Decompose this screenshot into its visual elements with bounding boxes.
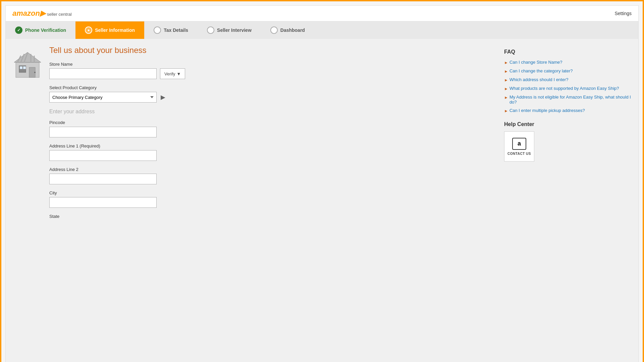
faq-item: ► Can I change the category later? bbox=[504, 68, 632, 74]
store-name-input-row: Verify ▼ bbox=[49, 68, 491, 79]
faq-item: ► Can I change Store Name? bbox=[504, 60, 632, 65]
main-content: Tell us about your business Store Name V… bbox=[6, 39, 638, 362]
product-category-label: Select Product Category bbox=[49, 85, 491, 90]
faq-item: ► What products are not supported by Ama… bbox=[504, 86, 632, 91]
step-circle-dashboard bbox=[270, 26, 278, 34]
faq-arrow-icon: ► bbox=[504, 95, 508, 100]
nav-steps: ✓ Phone Verification ● Seller Informatio… bbox=[6, 21, 638, 39]
faq-arrow-icon: ► bbox=[504, 109, 508, 113]
settings-link[interactable]: Settings bbox=[614, 11, 632, 16]
product-category-select-wrap: Choose Primary Category ▶ bbox=[49, 92, 491, 103]
store-icon bbox=[12, 49, 43, 79]
right-panel: FAQ ► Can I change Store Name? ► Can I c… bbox=[504, 46, 632, 361]
product-category-select[interactable]: Choose Primary Category bbox=[49, 92, 157, 103]
svg-rect-5 bbox=[23, 66, 26, 69]
faq-title: FAQ bbox=[504, 49, 632, 55]
logo: amazon▶ seller central bbox=[12, 9, 72, 18]
contact-us-label: CONTACT US bbox=[507, 152, 531, 156]
faq-item: ► Can I enter multiple pickup addresses? bbox=[504, 108, 632, 113]
step-label-interview: Seller Interview bbox=[217, 27, 252, 33]
step-circle-seller: ● bbox=[85, 26, 92, 34]
faq-link-6[interactable]: Can I enter multiple pickup addresses? bbox=[509, 108, 585, 113]
add-category-button[interactable]: ▶ bbox=[159, 94, 167, 101]
svg-rect-4 bbox=[20, 66, 22, 69]
faq-arrow-icon: ► bbox=[504, 60, 508, 65]
city-input[interactable] bbox=[49, 197, 157, 208]
city-label: City bbox=[49, 190, 491, 195]
store-name-label: Store Name bbox=[49, 62, 491, 67]
form-section: Tell us about your business Store Name V… bbox=[12, 46, 491, 361]
step-tax-details[interactable]: Tax Details bbox=[144, 21, 198, 39]
city-group: City bbox=[49, 190, 491, 208]
faq-list: ► Can I change Store Name? ► Can I chang… bbox=[504, 60, 632, 113]
step-label-dashboard: Dashboard bbox=[280, 27, 305, 33]
address-line1-label: Address Line 1 (Required) bbox=[49, 143, 491, 148]
svg-point-6 bbox=[34, 72, 36, 73]
faq-item: ► My Address is not eligible for Amazon … bbox=[504, 95, 632, 105]
faq-link-1[interactable]: Can I change Store Name? bbox=[509, 60, 562, 65]
verify-button[interactable]: Verify ▼ bbox=[160, 68, 185, 79]
form-body: Tell us about your business Store Name V… bbox=[49, 46, 491, 361]
address-line2-label: Address Line 2 bbox=[49, 167, 491, 172]
verify-label: Verify bbox=[164, 71, 175, 76]
logo-amazon-text: amazon▶ bbox=[12, 9, 46, 18]
faq-link-5[interactable]: My Address is not eligible for Amazon Ea… bbox=[509, 95, 632, 105]
store-name-group: Store Name Verify ▼ bbox=[49, 62, 491, 79]
store-name-input[interactable] bbox=[49, 68, 157, 79]
faq-item: ► Which address should I enter? bbox=[504, 77, 632, 82]
contact-us-icon: a bbox=[512, 138, 526, 150]
store-icon-wrap bbox=[12, 46, 43, 361]
step-circle-phone: ✓ bbox=[15, 26, 22, 34]
pincode-label: Pincode bbox=[49, 120, 491, 125]
faq-link-4[interactable]: What products are not supported by Amazo… bbox=[509, 86, 619, 91]
address-line2-group: Address Line 2 bbox=[49, 167, 491, 184]
header: amazon▶ seller central Settings bbox=[6, 6, 638, 21]
step-circle-tax bbox=[154, 26, 161, 34]
help-center-title: Help Center bbox=[504, 121, 632, 127]
step-phone-verification[interactable]: ✓ Phone Verification bbox=[6, 21, 75, 39]
state-label: State bbox=[49, 214, 491, 219]
step-dashboard[interactable]: Dashboard bbox=[261, 21, 314, 39]
step-label-phone: Phone Verification bbox=[25, 27, 66, 33]
address-line1-input[interactable] bbox=[49, 150, 157, 161]
pincode-group: Pincode bbox=[49, 120, 491, 137]
address-line2-input[interactable] bbox=[49, 174, 157, 184]
address-line1-group: Address Line 1 (Required) bbox=[49, 143, 491, 161]
step-label-seller: Seller Information bbox=[95, 27, 135, 33]
faq-link-3[interactable]: Which address should I enter? bbox=[509, 77, 569, 82]
verify-chevron-icon: ▼ bbox=[177, 71, 181, 76]
step-seller-information[interactable]: ● Seller Information bbox=[75, 21, 144, 39]
faq-link-2[interactable]: Can I change the category later? bbox=[509, 68, 573, 73]
step-circle-interview bbox=[207, 26, 214, 34]
pincode-input[interactable] bbox=[49, 127, 157, 137]
step-label-tax: Tax Details bbox=[164, 27, 188, 33]
faq-arrow-icon: ► bbox=[504, 86, 508, 91]
state-group: State bbox=[49, 214, 491, 219]
logo-service-text: seller central bbox=[47, 12, 72, 17]
address-section-divider: Enter your address bbox=[49, 109, 491, 115]
contact-us-button[interactable]: a CONTACT US bbox=[504, 131, 534, 162]
faq-arrow-icon: ► bbox=[504, 69, 508, 74]
step-seller-interview[interactable]: Seller Interview bbox=[198, 21, 261, 39]
product-category-group: Select Product Category Choose Primary C… bbox=[49, 85, 491, 103]
form-title: Tell us about your business bbox=[49, 46, 491, 55]
faq-arrow-icon: ► bbox=[504, 78, 508, 82]
